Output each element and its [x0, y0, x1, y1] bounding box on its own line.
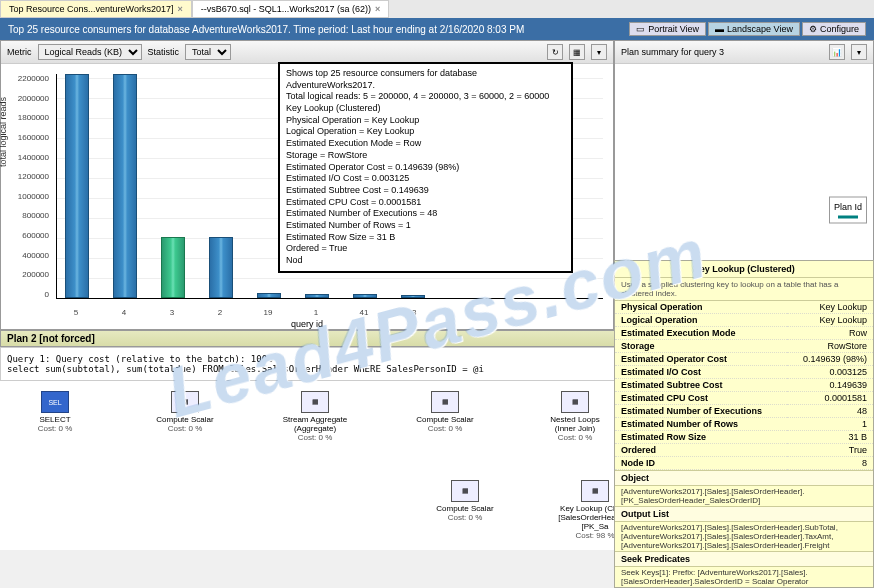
plan-id-legend: Plan Id — [829, 196, 867, 223]
refresh-icon[interactable]: ↻ — [547, 44, 563, 60]
bar-query-4[interactable] — [113, 74, 137, 298]
metric-select[interactable]: Logical Reads (KB) — [38, 44, 142, 60]
prop-key: Estimated Number of Executions — [615, 405, 787, 418]
page-title: Top 25 resource consumers for database A… — [8, 24, 524, 35]
prop-value: 0.149639 (98%) — [787, 353, 873, 366]
statistic-label: Statistic — [148, 47, 180, 57]
output-text: [AdventureWorks2017].[Sales].[SalesOrder… — [615, 522, 873, 551]
gear-icon: ⚙ — [809, 24, 817, 34]
operator-icon: ▦ — [431, 391, 459, 413]
chart-toolbar: Metric Logical Reads (KB) Statistic Tota… — [1, 41, 613, 64]
object-text: [AdventureWorks2017].[Sales].[SalesOrder… — [615, 486, 873, 506]
prop-value: 48 — [787, 405, 873, 418]
tab-querystore[interactable]: Top Resource Cons...ventureWorks2017] × — [0, 0, 192, 18]
metric-label: Metric — [7, 47, 32, 57]
output-section-header: Output List — [615, 506, 873, 522]
chevron-down-icon[interactable]: ▾ — [851, 44, 867, 60]
prop-key: Storage — [615, 340, 787, 353]
chart-icon[interactable]: 📊 — [829, 44, 845, 60]
bar-query-2[interactable] — [209, 237, 233, 298]
plan-node[interactable]: ▦Compute ScalarCost: 0 % — [420, 480, 510, 522]
statistic-select[interactable]: Total — [185, 44, 231, 60]
plan-node[interactable]: ▦Stream Aggregate(Aggregate)Cost: 0 % — [270, 391, 360, 442]
plan-node[interactable]: ▦Compute ScalarCost: 0 % — [400, 391, 490, 433]
bar-query-41[interactable] — [353, 294, 377, 298]
prop-key: Estimated Operator Cost — [615, 353, 787, 366]
bar-query-3[interactable] — [161, 237, 185, 298]
prop-key: Estimated Subtree Cost — [615, 379, 787, 392]
layout-icon: ▬ — [715, 24, 724, 34]
prop-key: Estimated Number of Rows — [615, 418, 787, 431]
tab-label: --vsB670.sql - SQL1...Works2017 (sa (62)… — [201, 4, 371, 14]
props-table: Physical OperationKey LookupLogical Oper… — [615, 301, 873, 470]
prop-value: Key Lookup — [787, 314, 873, 327]
plan-node[interactable]: ▦Nested Loops(Inner Join)Cost: 0 % — [530, 391, 620, 442]
prop-value: RowStore — [787, 340, 873, 353]
portrait-view-button[interactable]: ▭Portrait View — [629, 22, 706, 36]
layout-icon: ▭ — [636, 24, 645, 34]
props-title: Key Lookup (Clustered) — [615, 261, 873, 278]
plan-node[interactable]: SELSELECTCost: 0 % — [10, 391, 100, 433]
prop-key: Estimated I/O Cost — [615, 366, 787, 379]
x-axis-label: query id — [291, 319, 323, 329]
prop-value: Key Lookup — [787, 301, 873, 314]
prop-key: Physical Operation — [615, 301, 787, 314]
prop-value: 1 — [787, 418, 873, 431]
prop-value: 0.003125 — [787, 366, 873, 379]
plan-id-label: Plan Id — [834, 201, 862, 211]
bar-query-19[interactable] — [257, 293, 281, 298]
legend-swatch — [838, 215, 858, 218]
y-axis-label: total logical reads — [0, 96, 8, 166]
chevron-down-icon[interactable]: ▾ — [591, 44, 607, 60]
operator-icon: ▦ — [171, 391, 199, 413]
plan-summary-title: Plan summary for query 3 — [621, 47, 724, 57]
operator-icon: ▦ — [301, 391, 329, 413]
y-ticks: 2200000200000018000001600000140000012000… — [9, 74, 49, 299]
prop-value: True — [787, 444, 873, 457]
document-tabs: Top Resource Cons...ventureWorks2017] × … — [0, 0, 874, 18]
object-section-header: Object — [615, 470, 873, 486]
close-icon[interactable]: × — [177, 4, 182, 14]
tab-sqlfile[interactable]: --vsB670.sql - SQL1...Works2017 (sa (62)… — [192, 0, 390, 18]
plan-summary-header: Plan summary for query 3 📊 ▾ — [615, 41, 873, 64]
prop-value: 31 B — [787, 431, 873, 444]
operator-icon: ▦ — [581, 480, 609, 502]
props-desc: Uses a supplied clustering key to lookup… — [615, 278, 873, 301]
prop-value: 8 — [787, 457, 873, 470]
bar-query-5[interactable] — [65, 74, 89, 298]
prop-value: Row — [787, 327, 873, 340]
prop-key: Estimated Execution Mode — [615, 327, 787, 340]
operator-icon: ▦ — [451, 480, 479, 502]
seek-text: Seek Keys[1]: Prefix: [AdventureWorks201… — [615, 567, 873, 588]
configure-button[interactable]: ⚙Configure — [802, 22, 866, 36]
bar-query-1[interactable] — [305, 294, 329, 298]
chart-tooltip: Shows top 25 resource consumers for data… — [278, 62, 573, 273]
x-ticks: 54321914163 — [56, 308, 603, 317]
seek-section-header: Seek Predicates — [615, 551, 873, 567]
prop-key: Logical Operation — [615, 314, 787, 327]
prop-value: 0.149639 — [787, 379, 873, 392]
bar-query-63[interactable] — [401, 295, 425, 298]
prop-key: Ordered — [615, 444, 787, 457]
tab-label: Top Resource Cons...ventureWorks2017] — [9, 4, 173, 14]
plan-node[interactable]: ▦Compute ScalarCost: 0 % — [140, 391, 230, 433]
title-bar: Top 25 resource consumers for database A… — [0, 18, 874, 40]
chart-type-icon[interactable]: ▦ — [569, 44, 585, 60]
operator-properties-panel: Key Lookup (Clustered) Uses a supplied c… — [614, 260, 874, 588]
operator-icon: ▦ — [561, 391, 589, 413]
close-icon[interactable]: × — [375, 4, 380, 14]
prop-value: 0.0001581 — [787, 392, 873, 405]
prop-key: Estimated Row Size — [615, 431, 787, 444]
landscape-view-button[interactable]: ▬Landscape View — [708, 22, 800, 36]
prop-key: Node ID — [615, 457, 787, 470]
operator-icon: SEL — [41, 391, 69, 413]
prop-key: Estimated CPU Cost — [615, 392, 787, 405]
